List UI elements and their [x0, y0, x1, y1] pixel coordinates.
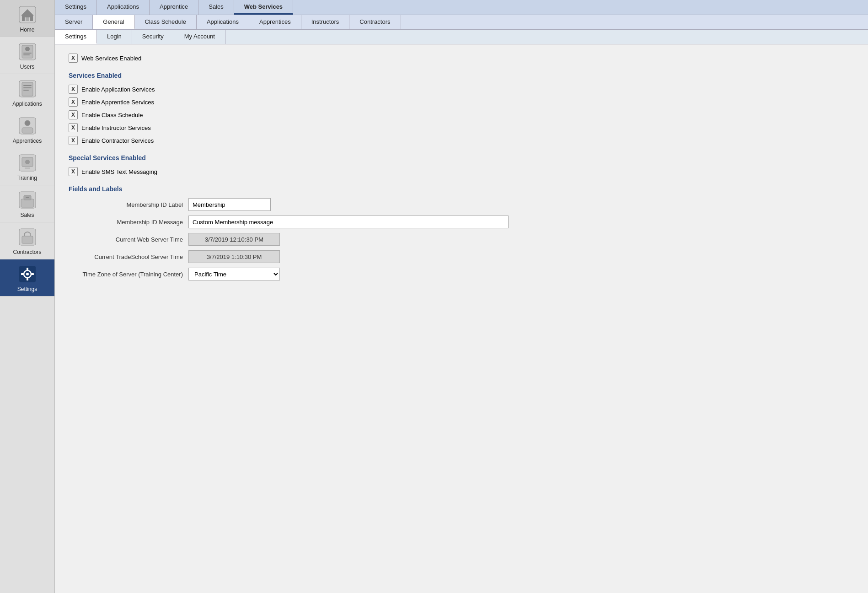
service-class-checkbox[interactable]: X: [69, 110, 78, 119]
service-contractor-row: X Enable Contractor Services: [69, 136, 854, 145]
svg-point-28: [26, 273, 29, 275]
service-apprentice-label: Enable Apprentice Services: [81, 99, 154, 106]
services-enabled-header: Services Enabled: [69, 72, 854, 79]
service-class-row: X Enable Class Schedule: [69, 110, 854, 119]
sidebar-settings-label: Settings: [17, 286, 37, 292]
web-server-time-label: Current Web Server Time: [69, 236, 183, 243]
svg-rect-29: [27, 268, 28, 270]
secondary-tab-bar: Server General Class Schedule Applicatio…: [55, 15, 868, 30]
home-icon: [17, 5, 38, 25]
tab-my-account[interactable]: My Account: [174, 30, 225, 44]
svg-rect-21: [21, 199, 34, 207]
settings-icon: [17, 264, 38, 284]
service-app-checkbox[interactable]: X: [69, 85, 78, 94]
membership-id-label-text: Membership ID Label: [69, 201, 183, 208]
primary-tab-bar: Settings Applications Apprentice Sales W…: [55, 0, 868, 15]
svg-rect-9: [22, 82, 33, 96]
tab-security[interactable]: Security: [132, 30, 174, 44]
sidebar-item-applications[interactable]: Applications: [0, 74, 54, 111]
svg-point-14: [25, 120, 30, 126]
tab-apprentice[interactable]: Apprentice: [150, 0, 198, 15]
svg-rect-2: [26, 17, 29, 21]
sidebar-item-settings[interactable]: Settings: [0, 259, 54, 296]
timezone-select[interactable]: Pacific Time Mountain Time Central Time …: [188, 268, 280, 280]
svg-rect-6: [23, 53, 32, 54]
membership-id-label-row: Membership ID Label: [69, 198, 854, 211]
services-enabled-section: Services Enabled X Enable Application Se…: [69, 72, 854, 145]
svg-rect-12: [23, 90, 29, 91]
ws-enabled-checkbox[interactable]: X: [69, 54, 78, 63]
svg-point-5: [25, 47, 30, 51]
sms-checkbox[interactable]: X: [69, 167, 78, 176]
sms-row: X Enable SMS Text Messaging: [69, 167, 854, 176]
svg-rect-32: [31, 273, 34, 275]
tab-apprentices-sec[interactable]: Apprentices: [249, 15, 301, 29]
svg-rect-31: [21, 273, 24, 275]
tab-instructors[interactable]: Instructors: [301, 15, 350, 29]
service-app-row: X Enable Application Services: [69, 85, 854, 94]
ws-enabled-row: X Web Services Enabled: [69, 54, 854, 63]
svg-rect-11: [23, 87, 32, 88]
applications-icon: [17, 79, 38, 99]
main-area: Settings Applications Apprentice Sales W…: [55, 0, 868, 593]
web-server-time-row: Current Web Server Time: [69, 233, 854, 246]
special-services-section: Special Services Enabled X Enable SMS Te…: [69, 154, 854, 176]
sms-label: Enable SMS Text Messaging: [81, 168, 157, 175]
sidebar-item-sales[interactable]: Sales: [0, 185, 54, 222]
web-server-time-value: [188, 233, 280, 246]
sidebar-item-home[interactable]: Home: [0, 0, 54, 37]
sidebar-item-training[interactable]: Training: [0, 148, 54, 185]
sidebar: Home Users Applications: [0, 0, 55, 593]
users-icon: [17, 42, 38, 62]
tab-general[interactable]: General: [93, 15, 134, 29]
tab-applications[interactable]: Applications: [97, 0, 150, 15]
service-instructor-row: X Enable Instructor Services: [69, 123, 854, 132]
tab-class-schedule[interactable]: Class Schedule: [135, 15, 197, 29]
fields-labels-section: Fields and Labels Membership ID Label Me…: [69, 185, 854, 280]
membership-id-message-row: Membership ID Message: [69, 216, 854, 228]
tab-settings-tert[interactable]: Settings: [55, 30, 97, 44]
membership-id-message-input[interactable]: [188, 216, 509, 228]
service-contractor-checkbox[interactable]: X: [69, 136, 78, 145]
service-instructor-checkbox[interactable]: X: [69, 123, 78, 132]
sidebar-training-label: Training: [17, 175, 37, 181]
sidebar-contractors-label: Contractors: [13, 249, 41, 255]
svg-point-18: [25, 160, 30, 164]
tab-applications-sec[interactable]: Applications: [197, 15, 249, 29]
sidebar-home-label: Home: [20, 27, 34, 33]
svg-rect-30: [27, 278, 28, 280]
service-class-label: Enable Class Schedule: [81, 112, 143, 119]
sidebar-apprentices-label: Apprentices: [13, 138, 42, 144]
service-contractor-label: Enable Contractor Services: [81, 137, 154, 144]
svg-rect-15: [22, 128, 33, 133]
training-icon: [17, 153, 38, 173]
svg-rect-19: [25, 167, 30, 169]
tradeschool-time-value: [188, 250, 280, 263]
services-checkbox-group: X Enable Application Services X Enable A…: [69, 85, 854, 145]
sidebar-item-users[interactable]: Users: [0, 37, 54, 74]
timezone-row: Time Zone of Server (Training Center) Pa…: [69, 268, 854, 280]
tab-contractors-sec[interactable]: Contractors: [349, 15, 401, 29]
tab-login[interactable]: Login: [97, 30, 132, 44]
tradeschool-time-row: Current TradeSchool Server Time: [69, 250, 854, 263]
contractors-icon: [17, 227, 38, 247]
svg-rect-10: [23, 85, 32, 86]
sales-icon: [17, 190, 38, 210]
service-app-label: Enable Application Services: [81, 86, 155, 93]
content-area: X Web Services Enabled Services Enabled …: [55, 44, 868, 593]
special-services-header: Special Services Enabled: [69, 154, 854, 162]
tab-sales[interactable]: Sales: [198, 0, 234, 15]
svg-rect-25: [22, 236, 33, 243]
tab-web-services[interactable]: Web Services: [234, 0, 293, 15]
svg-rect-23: [26, 197, 29, 198]
sidebar-item-apprentices[interactable]: Apprentices: [0, 111, 54, 148]
service-apprentice-checkbox[interactable]: X: [69, 97, 78, 107]
sidebar-item-contractors[interactable]: Contractors: [0, 222, 54, 259]
tab-server[interactable]: Server: [55, 15, 93, 29]
sidebar-applications-label: Applications: [12, 101, 42, 107]
membership-id-input[interactable]: [188, 198, 271, 211]
svg-rect-7: [23, 54, 30, 55]
tab-settings[interactable]: Settings: [55, 0, 97, 15]
timezone-label: Time Zone of Server (Training Center): [69, 271, 183, 278]
tertiary-tab-bar: Settings Login Security My Account: [55, 30, 868, 44]
